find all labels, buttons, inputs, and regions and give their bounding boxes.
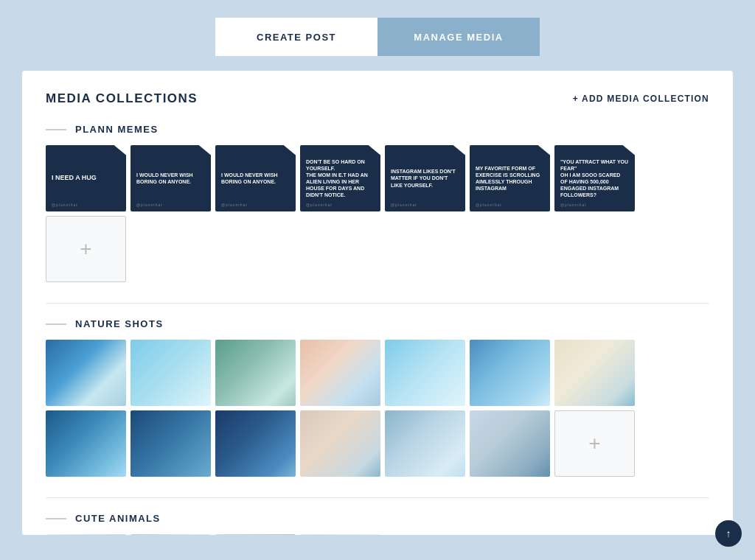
list-item[interactable] [300,340,380,406]
section-divider [46,303,709,304]
card-header: MEDIA COLLECTIONS + ADD MEDIA COLLECTION [46,91,709,106]
list-item[interactable]: I WOULD NEVER WISH BORING ON ANYONE. @pl… [215,145,296,211]
list-item[interactable] [300,410,380,477]
list-item[interactable] [300,534,380,535]
meme-card: DON'T BE SO HARD ON YOURSELF.THE MOM IN … [300,145,380,211]
list-item[interactable] [385,410,465,477]
list-item[interactable] [46,410,126,477]
scroll-top-icon: ↑ [726,528,731,539]
meme-text: DON'T BE SO HARD ON YOURSELF.THE MOM IN … [306,158,375,199]
memes-grid: I NEED A HUG @plannthat I WOULD NEVER WI… [46,145,709,282]
collection-nature-shots: NATURE SHOTS + [46,318,709,477]
collection-plann-memes: PLANN MEMES I NEED A HUG @plannthat I WO… [46,124,709,282]
meme-text: "YOU ATTRACT WHAT YOU FEAR"OH I AM SOOO … [560,158,629,199]
nature-grid: + [46,340,709,477]
collection-header-memes: PLANN MEMES [46,124,709,135]
meme-card: "YOU ATTRACT WHAT YOU FEAR"OH I AM SOOO … [554,145,635,211]
list-item[interactable]: "YOU ATTRACT WHAT YOU FEAR"OH I AM SOOO … [554,145,635,211]
main-card: MEDIA COLLECTIONS + ADD MEDIA COLLECTION… [22,71,733,535]
list-item[interactable] [46,534,126,535]
animals-grid [46,534,709,535]
list-item[interactable] [470,410,550,477]
list-item[interactable] [131,410,211,477]
meme-card: MY FAVORITE FORM OF EXERCISE IS SCROLLIN… [470,145,550,211]
list-item[interactable] [46,340,126,406]
section-line [46,129,66,130]
list-item[interactable] [385,340,465,406]
section-divider [46,497,709,498]
tab-create-post[interactable]: CREATE POST [215,18,378,56]
list-item[interactable] [215,410,296,477]
add-icon: + [80,237,91,261]
list-item[interactable]: INSTAGRAM LIKES DON'T MATTER IF YOU DON'… [385,145,465,211]
list-item[interactable]: I NEED A HUG @plannthat [46,145,126,211]
section-line [46,518,66,519]
list-item[interactable] [554,340,635,406]
tab-bar: CREATE POST MANAGE MEDIA [0,0,755,71]
meme-card: INSTAGRAM LIKES DON'T MATTER IF YOU DON'… [385,145,465,211]
add-nature-cell[interactable]: + [554,410,635,477]
list-item[interactable]: I WOULD NEVER WISH BORING ON ANYONE. @pl… [131,145,211,211]
add-icon: + [588,432,600,455]
scroll-to-top-button[interactable]: ↑ [715,520,742,547]
collection-cute-animals: CUTE ANIMALS [46,513,709,535]
list-item[interactable]: MY FAVORITE FORM OF EXERCISE IS SCROLLIN… [470,145,550,211]
section-line [46,323,66,325]
meme-text: I NEED A HUG [52,174,97,183]
collection-name-nature: NATURE SHOTS [75,318,164,329]
meme-card: I WOULD NEVER WISH BORING ON ANYONE. @pl… [215,145,296,211]
list-item[interactable] [131,534,211,535]
meme-card: I NEED A HUG @plannthat [46,145,126,211]
list-item[interactable] [215,340,296,406]
list-item[interactable] [470,340,550,406]
page-title: MEDIA COLLECTIONS [46,91,198,106]
meme-card: I WOULD NEVER WISH BORING ON ANYONE. @pl… [131,145,211,211]
add-collection-button[interactable]: + ADD MEDIA COLLECTION [573,94,709,104]
meme-text: MY FAVORITE FORM OF EXERCISE IS SCROLLIN… [476,165,544,192]
collection-header-animals: CUTE ANIMALS [46,513,709,524]
list-item[interactable] [215,534,296,535]
meme-text: INSTAGRAM LIKES DON'T MATTER IF YOU DON'… [391,168,459,188]
list-item[interactable] [131,340,211,406]
meme-text: I WOULD NEVER WISH BORING ON ANYONE. [221,172,290,185]
collection-header-nature: NATURE SHOTS [46,318,709,329]
collection-name-memes: PLANN MEMES [75,124,159,135]
add-meme-cell[interactable]: + [46,216,126,282]
collection-name-animals: CUTE ANIMALS [75,513,161,524]
tab-manage-media[interactable]: MANAGE MEDIA [378,18,540,56]
list-item[interactable]: DON'T BE SO HARD ON YOURSELF.THE MOM IN … [300,145,380,211]
meme-text: I WOULD NEVER WISH BORING ON ANYONE. [136,172,205,185]
